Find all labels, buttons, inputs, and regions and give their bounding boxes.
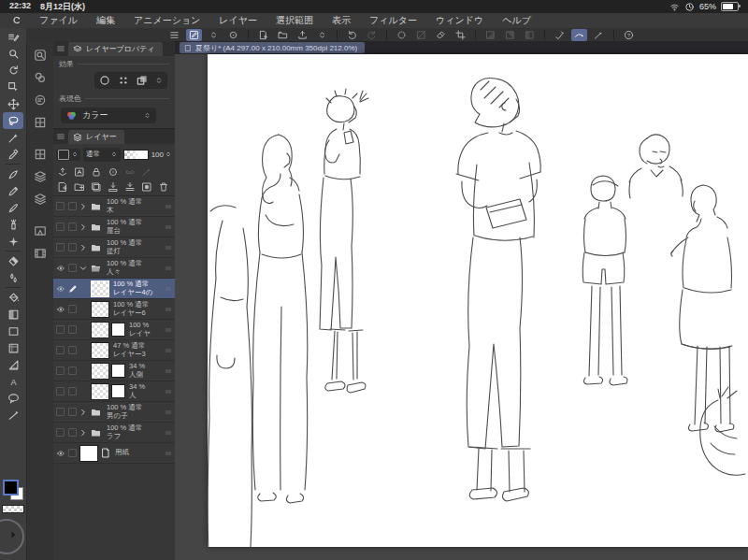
row-grip-icon[interactable]: [164, 306, 173, 313]
menu-item-8[interactable]: ヘルプ: [493, 14, 540, 27]
draw-state-cell[interactable]: [67, 325, 78, 334]
figure-tool[interactable]: [3, 323, 23, 339]
row-grip-icon[interactable]: [164, 265, 173, 272]
drawing-canvas[interactable]: [208, 54, 748, 547]
layer-property-panel[interactable]: [30, 167, 50, 186]
draw-state-cell[interactable]: [67, 408, 78, 416]
menu-item-0[interactable]: ファイル: [30, 14, 87, 27]
text-tool[interactable]: A: [3, 373, 23, 390]
pen-tool[interactable]: [3, 165, 23, 182]
snap-curve-icon[interactable]: [571, 29, 587, 41]
blend-tool[interactable]: [3, 269, 23, 286]
layer-row[interactable]: 100 % 通常提灯: [53, 237, 175, 258]
new-folder-icon[interactable]: [74, 181, 85, 193]
eye-icon[interactable]: [56, 450, 65, 457]
clip-studio-logo-icon[interactable]: [7, 14, 26, 27]
tone-effect-button[interactable]: [117, 74, 130, 87]
visibility-cell[interactable]: [55, 243, 65, 251]
menu-item-6[interactable]: フィルター: [360, 14, 426, 27]
row-grip-icon[interactable]: [164, 388, 173, 395]
foreground-color-swatch[interactable]: [3, 480, 19, 495]
mask-thumbnail[interactable]: [111, 323, 125, 337]
duplicate-layer-icon[interactable]: [91, 181, 102, 193]
layer-row[interactable]: 100 % 通常レイヤー6: [53, 299, 175, 320]
layer-row[interactable]: 100 % 通常人々: [53, 258, 175, 279]
transparent-color-swatch[interactable]: [2, 505, 24, 513]
selection-tool[interactable]: [3, 112, 23, 129]
panel-menu-icon[interactable]: [56, 44, 65, 53]
crop-icon[interactable]: [453, 29, 468, 41]
open-file-icon[interactable]: [275, 29, 291, 41]
chevron-updown-icon[interactable]: [154, 75, 164, 86]
draw-state-cell[interactable]: [67, 387, 78, 395]
move-tool[interactable]: [3, 95, 23, 112]
snap-line-icon[interactable]: [591, 29, 607, 41]
layer-row[interactable]: 100 % 通常木: [53, 196, 175, 217]
folder-closed-arrow-icon[interactable]: [79, 429, 87, 437]
layer-thumbnail[interactable]: [91, 280, 109, 297]
eyedropper-tool[interactable]: [3, 146, 23, 163]
new-layer-icon[interactable]: [57, 181, 68, 193]
frame-border-tool[interactable]: [3, 339, 23, 356]
layers-panel-icon[interactable]: [30, 190, 50, 208]
tool-menu[interactable]: [3, 28, 23, 45]
zoom-tool[interactable]: [3, 45, 23, 62]
row-grip-icon[interactable]: [164, 326, 173, 334]
alpha-lock-icon[interactable]: [74, 166, 85, 178]
row-grip-icon[interactable]: [164, 203, 173, 210]
airbrush-tool[interactable]: [3, 216, 23, 233]
layer-row[interactable]: 34 %人: [53, 381, 175, 402]
draw-state-cell[interactable]: [67, 284, 78, 294]
merge-down-icon[interactable]: [124, 181, 136, 193]
line-correct-tool[interactable]: [3, 407, 23, 424]
paper-thumbnail[interactable]: [79, 445, 98, 462]
menu-item-3[interactable]: レイヤー: [209, 14, 266, 27]
row-grip-icon[interactable]: [164, 347, 173, 354]
visibility-cell[interactable]: [55, 428, 65, 437]
menu-item-2[interactable]: アニメーション: [124, 14, 209, 27]
row-grip-icon[interactable]: [164, 244, 173, 251]
blend-mode-select[interactable]: 通常: [83, 148, 121, 162]
visibility-cell[interactable]: [55, 306, 65, 313]
opacity-slider[interactable]: [123, 150, 149, 160]
eye-icon[interactable]: [56, 265, 65, 272]
draw-state-cell[interactable]: [67, 223, 78, 231]
folder-closed-arrow-icon[interactable]: [79, 203, 87, 210]
auto-select-tool[interactable]: [3, 129, 23, 146]
rotate-canvas-tool[interactable]: [3, 62, 23, 79]
layer-thumbnail[interactable]: [91, 301, 109, 318]
balloon-tool[interactable]: [3, 390, 23, 407]
color-set-panel[interactable]: [30, 145, 50, 164]
fill-tool[interactable]: [3, 289, 23, 306]
select-options-icon[interactable]: [394, 29, 410, 41]
palette-color-combo[interactable]: [56, 149, 80, 161]
visibility-cell[interactable]: [55, 223, 65, 231]
folder-closed-arrow-icon[interactable]: [79, 409, 87, 416]
visibility-cell[interactable]: [55, 408, 65, 416]
draw-state-cell[interactable]: [67, 346, 78, 354]
draw-state-cell[interactable]: [67, 449, 78, 457]
clip-at-layer-icon[interactable]: [57, 166, 68, 178]
row-grip-icon[interactable]: [164, 450, 173, 457]
mask-thumbnail[interactable]: [111, 364, 125, 378]
visibility-cell[interactable]: [55, 285, 65, 293]
reference-layer-icon[interactable]: [108, 166, 119, 178]
navigator-panel[interactable]: [30, 222, 50, 240]
layer-mask-icon[interactable]: [141, 181, 152, 193]
timeline-panel[interactable]: [30, 244, 50, 263]
menu-item-7[interactable]: ウィンドウ: [426, 14, 493, 27]
color-swatches[interactable]: [3, 480, 23, 502]
menu-item-5[interactable]: 表示: [323, 14, 360, 27]
export-chevron-icon[interactable]: [314, 29, 330, 41]
expression-color-select[interactable]: カラー: [61, 108, 156, 123]
panel-menu-icon[interactable]: [56, 132, 65, 141]
layer-row[interactable]: 34 %人側: [53, 361, 175, 381]
layer-thumbnail[interactable]: [91, 383, 109, 400]
draw-state-cell[interactable]: [67, 305, 78, 313]
layer-color-effect-button[interactable]: [136, 74, 149, 87]
new-canvas-icon[interactable]: [255, 29, 271, 41]
mask-thumbnail[interactable]: [111, 384, 125, 398]
visibility-cell[interactable]: [55, 366, 65, 375]
mode-chevron-icon[interactable]: [206, 29, 222, 41]
pencil-tool[interactable]: [3, 182, 23, 199]
